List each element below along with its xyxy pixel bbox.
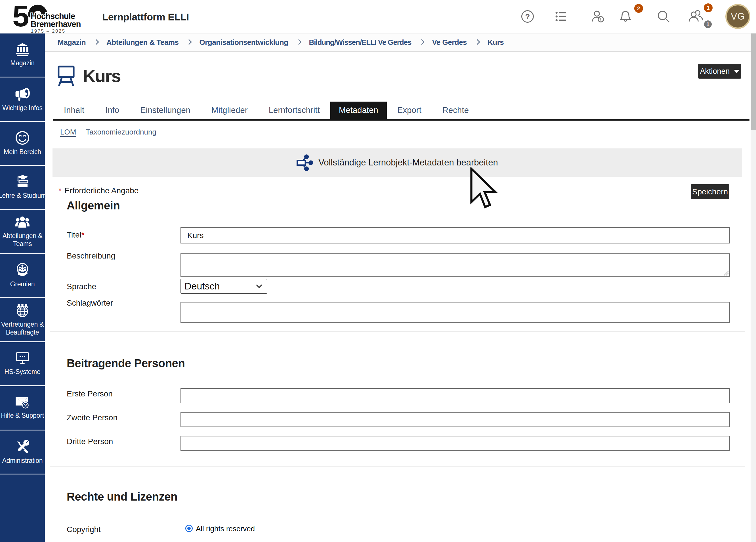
svg-text:Bremerhaven: Bremerhaven (31, 20, 81, 29)
svg-text:?: ? (24, 403, 27, 408)
svg-text:5: 5 (12, 2, 28, 33)
svg-text:1975 – 2025: 1975 – 2025 (31, 29, 66, 33)
svg-text:?: ? (525, 12, 530, 21)
